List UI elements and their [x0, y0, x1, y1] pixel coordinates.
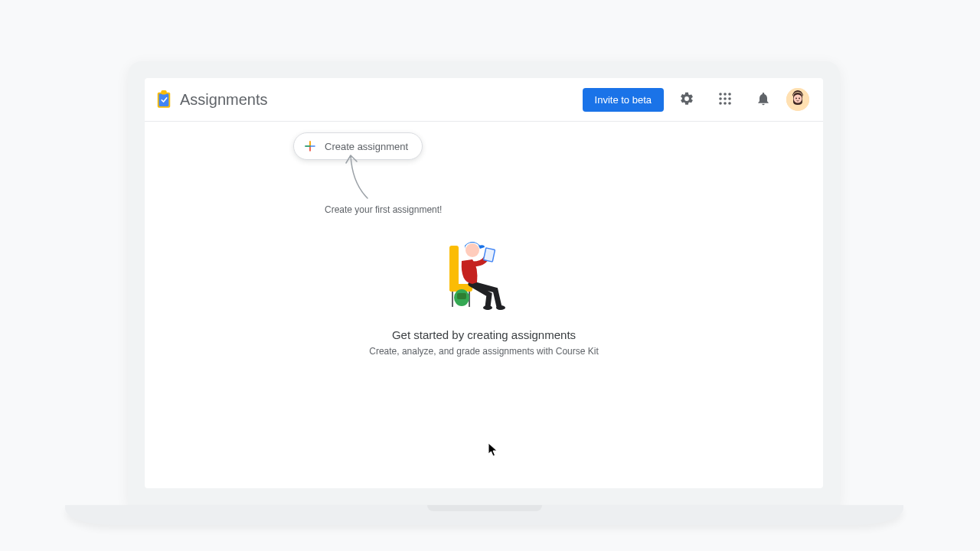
svg-rect-21: [457, 293, 466, 299]
svg-point-3: [719, 93, 722, 96]
svg-point-13: [794, 95, 802, 103]
apps-grid-icon: [718, 92, 732, 108]
empty-state-subline: Create, analyze, and grade assignments w…: [308, 346, 660, 357]
app-title: Assignments: [180, 91, 268, 109]
assignments-logo-icon: [155, 90, 172, 109]
svg-rect-24: [483, 248, 495, 262]
empty-state-headline: Get started by creating assignments: [308, 328, 660, 341]
plus-icon: [303, 139, 317, 153]
svg-point-6: [719, 97, 722, 100]
account-avatar[interactable]: [786, 88, 809, 111]
svg-point-9: [719, 102, 722, 105]
top-bar: Assignments Invite to beta: [145, 78, 823, 122]
laptop-frame: Assignments Invite to beta: [128, 61, 840, 505]
svg-rect-1: [159, 94, 169, 106]
settings-button[interactable]: [671, 84, 702, 115]
svg-point-5: [728, 93, 731, 96]
hint-text: Create your first assignment!: [325, 204, 442, 215]
student-illustration-icon: [442, 236, 526, 313]
content-area: Create assignment Create your first assi…: [145, 122, 823, 488]
svg-point-22: [496, 305, 505, 310]
svg-point-10: [724, 102, 727, 105]
notifications-button[interactable]: [748, 84, 779, 115]
svg-point-14: [795, 98, 797, 99]
svg-point-8: [728, 97, 731, 100]
svg-rect-2: [161, 90, 166, 94]
svg-point-25: [466, 243, 479, 257]
laptop-notch: [427, 505, 542, 511]
laptop-base: [65, 505, 903, 525]
app-screen: Assignments Invite to beta: [145, 78, 823, 488]
svg-point-4: [724, 93, 727, 96]
svg-point-23: [483, 305, 492, 310]
invite-to-beta-button[interactable]: Invite to beta: [583, 88, 664, 112]
svg-point-15: [799, 98, 800, 99]
svg-point-7: [724, 97, 727, 100]
apps-button[interactable]: [710, 84, 740, 115]
svg-point-11: [728, 102, 731, 105]
create-assignment-button[interactable]: Create assignment: [293, 132, 423, 160]
bell-icon: [756, 91, 771, 109]
create-assignment-label: Create assignment: [325, 141, 408, 152]
gear-icon: [679, 91, 694, 109]
empty-state: Get started by creating assignments Crea…: [308, 236, 660, 357]
